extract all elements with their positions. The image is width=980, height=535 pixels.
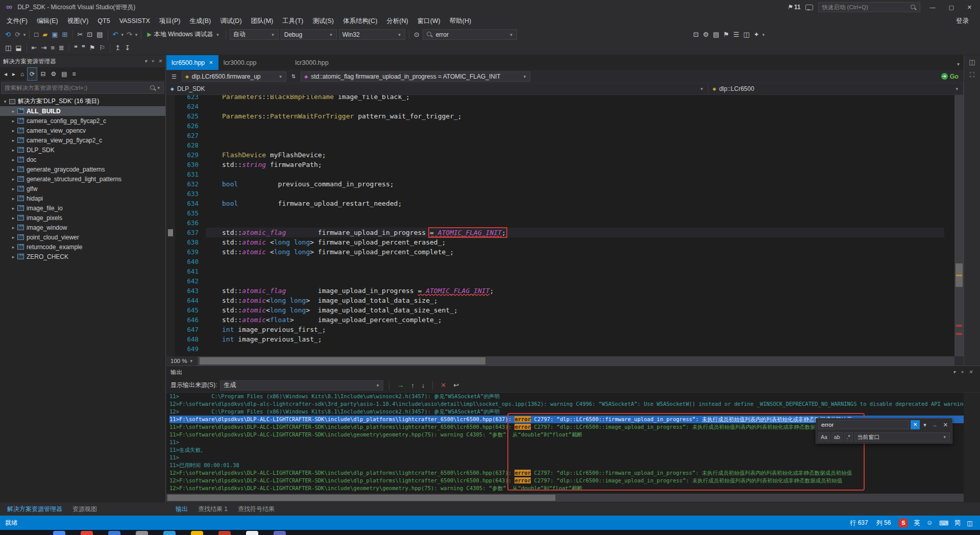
menu-item[interactable]: 生成(B)	[185, 14, 216, 28]
code-line-637[interactable]: std::atomic_flag firmware_upload_in_prog…	[206, 228, 944, 237]
tree-collapsed-icon[interactable]: ▸	[10, 148, 16, 153]
undo-icon[interactable]: ↶	[111, 29, 120, 40]
menu-item[interactable]: 调试(D)	[215, 14, 246, 28]
output-line-13[interactable]: 12>F:\software\dlpsdkvs\DLP-ALC-LIGHTCRA…	[169, 484, 964, 492]
editor-toolbar-icon[interactable]: ⚐	[97, 42, 108, 54]
taskbar-app-icon[interactable]	[218, 531, 231, 535]
editor-tab-lcr3000.cpp[interactable]: lcr3000.cpp	[218, 55, 262, 70]
editor-vertical-scrollbar[interactable]	[954, 95, 964, 356]
breakpoint-margin[interactable]	[166, 95, 175, 356]
code-line-643[interactable]: std::atomic_flag image_upload_in_progres…	[206, 286, 944, 296]
feedback-button[interactable]: ⚑11	[787, 4, 800, 11]
code-line-642[interactable]	[206, 276, 944, 286]
code-line-641[interactable]	[206, 266, 944, 276]
paste-icon[interactable]: ▤	[94, 29, 105, 40]
output-line-12[interactable]: 12>F:\software\dlpsdkvs\DLP-ALC-LIGHTCRA…	[169, 477, 964, 484]
tree-collapsed-icon[interactable]: ▸	[10, 186, 16, 191]
redo-icon[interactable]: ↷	[125, 29, 134, 40]
window-position-chevron-icon[interactable]: ▾	[953, 369, 955, 375]
va-menu-icon[interactable]: ☰	[169, 71, 179, 82]
ime-language-indicator[interactable]: 英	[914, 519, 920, 527]
code-line-638[interactable]: std::atomic <long long> firmware_upload_…	[206, 237, 944, 247]
tree-item-generate_structured_light_patterns[interactable]: ▸generate_structured_light_patterns	[0, 174, 165, 184]
tree-item-camera_config_pg_flycap2_c[interactable]: ▸camera_config_pg_flycap2_c	[0, 116, 165, 126]
pin-icon[interactable]: ⌖	[961, 369, 964, 375]
toolbar-icon[interactable]: ⚑	[721, 29, 731, 40]
editor-toolbar-icon[interactable]: ⬓	[13, 42, 23, 54]
code-line-639[interactable]: std::atomic <long long> firmware_upload_…	[206, 247, 944, 257]
tree-collapsed-icon[interactable]: ▸	[10, 167, 16, 172]
editor-toolbar-icon[interactable]: ≡	[48, 42, 57, 54]
tree-collapsed-icon[interactable]: ▸	[10, 196, 16, 201]
taskbar-app-icon[interactable]	[53, 531, 65, 535]
tree-item-ALL_BUILD[interactable]: ▸ALL_BUILD	[0, 106, 165, 116]
editor-toolbar-icon[interactable]: ❝	[72, 42, 80, 54]
tree-item-glfw[interactable]: ▸glfw	[0, 184, 165, 193]
collapsed-panel-icon[interactable]: ⛶	[970, 71, 974, 79]
panel-tab-解决方案资源管理器[interactable]: 解决方案资源管理器	[2, 502, 67, 516]
menu-item[interactable]: 窗口(W)	[413, 14, 445, 28]
match-case-toggle[interactable]: Aa	[818, 432, 830, 442]
solution-explorer-search[interactable]: 搜索解决方案资源管理器(Ctrl+;) ▾	[1, 82, 164, 94]
find-dropdown-chevron[interactable]: ▾	[921, 422, 928, 428]
redo-chevron[interactable]: ▾	[134, 32, 139, 37]
editor-toolbar-icon[interactable]: ↧	[122, 42, 132, 54]
clear-search-icon[interactable]: ✕	[911, 420, 920, 429]
code-line-624[interactable]	[206, 102, 944, 111]
new-file-icon[interactable]: □	[32, 29, 40, 40]
close-button[interactable]: ✕	[963, 3, 976, 12]
panel-close-icon[interactable]: ✕	[969, 369, 973, 375]
menu-item[interactable]: 分析(N)	[382, 14, 412, 28]
window-position-chevron-icon[interactable]: ▾	[144, 58, 147, 64]
zoom-control[interactable]: 100 % ▾	[166, 356, 198, 366]
code-line-646[interactable]: std::atomic<float> image_upload_percent_…	[206, 315, 944, 325]
code-line-635[interactable]	[206, 208, 944, 218]
tree-expanded-icon[interactable]: ▾	[2, 99, 8, 104]
find-combo[interactable]: error ▾	[423, 29, 517, 40]
menu-item[interactable]: 编辑(E)	[32, 14, 63, 28]
code-line-623[interactable]: Parameters::BlackBmpFilename image_file_…	[206, 95, 944, 102]
word-wrap-icon[interactable]: ↩	[451, 380, 461, 391]
tray-keyboard-icon[interactable]: ⌨	[939, 519, 948, 527]
menu-item[interactable]: 文件(F)	[2, 14, 32, 28]
editor-toolbar-icon[interactable]: ⇥	[39, 42, 49, 54]
toolbar-icon[interactable]: ◫	[741, 29, 751, 40]
se-forward-icon[interactable]: ▸	[10, 68, 17, 80]
code-line-636[interactable]	[206, 218, 944, 228]
output-source-dropdown[interactable]: 生成 ▾	[220, 380, 383, 391]
code-line-625[interactable]: Parameters::PatternWaitForTrigger patter…	[206, 111, 944, 121]
tree-item-image_file_io[interactable]: ▸image_file_io	[0, 203, 165, 213]
docwell-icon[interactable]: ◫	[969, 58, 975, 66]
nav-history-chevron[interactable]: ▾	[22, 32, 27, 37]
toolbar-overflow-chevron[interactable]: ▾	[761, 32, 766, 37]
taskbar-app-icon[interactable]	[136, 531, 148, 535]
tree-collapsed-icon[interactable]: ▸	[10, 138, 16, 143]
tree-collapsed-icon[interactable]: ▸	[10, 225, 16, 230]
scrollbar-thumb[interactable]	[200, 357, 485, 364]
code-line-630[interactable]: std::string firmwarePath;	[206, 160, 944, 169]
code-line-640[interactable]	[206, 257, 944, 266]
tree-item-camera_view_opencv[interactable]: ▸camera_view_opencv	[0, 126, 165, 135]
attach-icon[interactable]: ⊙	[412, 29, 422, 40]
panel-tab-资源视图[interactable]: 资源视图	[67, 502, 102, 516]
regex-toggle[interactable]: .*	[844, 432, 853, 442]
editor-horizontal-scrollbar[interactable]	[198, 356, 954, 366]
taskbar-app-icon[interactable]	[274, 531, 286, 535]
toolbar-icon[interactable]: ▤	[711, 29, 721, 40]
panel-tab-输出[interactable]: 输出	[170, 502, 193, 516]
tree-item-ZERO_CHECK[interactable]: ▸ZERO_CHECK	[0, 252, 165, 261]
next-message-icon[interactable]: ↓	[420, 380, 427, 391]
output-horizontal-scrollbar[interactable]	[166, 494, 964, 502]
va-go-button[interactable]: ➔ Go	[941, 73, 961, 80]
scope-dropdown[interactable]: ◆ dlp::LCr6500 ▾	[708, 83, 964, 94]
maximize-button[interactable]: ▢	[944, 3, 958, 12]
menu-item[interactable]: 帮助(H)	[445, 14, 476, 28]
tree-item-returncode_example[interactable]: ▸returncode_example	[0, 242, 165, 252]
se-show-all-files-icon[interactable]: ▤	[59, 68, 69, 80]
code-line-628[interactable]	[206, 140, 944, 150]
solution-root-item[interactable]: ▾解决方案'DLP_SDK' (16 项目)	[0, 96, 165, 106]
output-line-9[interactable]: 11>	[169, 454, 964, 461]
menu-item[interactable]: 项目(P)	[155, 14, 185, 28]
menu-item[interactable]: 测试(S)	[308, 14, 338, 28]
menu-item[interactable]: 团队(M)	[247, 14, 278, 28]
